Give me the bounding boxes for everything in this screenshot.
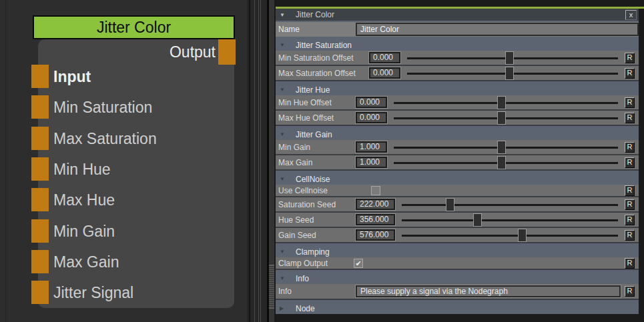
attribute-row-clamp-output: Clamp Output✔R xyxy=(276,257,639,270)
attribute-label: Max Gain xyxy=(278,158,356,167)
slider[interactable] xyxy=(394,111,618,125)
attribute-row-min-saturation-offset: Min Saturation Offset0.000R xyxy=(276,51,639,66)
section-title: Jitter Hue xyxy=(296,85,330,95)
chevron-down-icon: ▼ xyxy=(280,275,296,281)
input-port-label: Min Hue xyxy=(53,160,111,178)
input-port[interactable] xyxy=(31,250,49,273)
reset-button[interactable]: R xyxy=(625,258,635,269)
node-output-row: Output xyxy=(38,39,236,65)
panel-splitter[interactable] xyxy=(247,0,274,322)
attribute-label: Clamp Output xyxy=(278,259,354,268)
slider[interactable] xyxy=(394,140,618,154)
value-input[interactable]: 1.000 xyxy=(356,141,387,153)
attribute-row-gain-seed: Gain Seed576.000R xyxy=(276,228,639,243)
chevron-down-icon: ▼ xyxy=(280,249,296,255)
reset-button[interactable]: R xyxy=(625,185,635,196)
section-header-cellnoise[interactable]: ▼CellNoise xyxy=(276,173,639,185)
value-input[interactable]: 576.000 xyxy=(356,229,395,241)
input-port-label: Max Gain xyxy=(53,253,119,271)
attribute-label: Info xyxy=(278,287,356,296)
input-port[interactable] xyxy=(31,127,49,150)
value-input[interactable]: 222.000 xyxy=(356,199,395,210)
section-header-jitter-hue[interactable]: ▼Jitter Hue xyxy=(276,84,639,95)
slider[interactable] xyxy=(402,197,618,211)
splitter-groove xyxy=(249,0,250,322)
reset-button[interactable]: R xyxy=(625,215,635,225)
slider-handle[interactable] xyxy=(505,67,514,80)
reset-button[interactable]: R xyxy=(625,53,635,63)
slider-handle[interactable] xyxy=(505,51,514,65)
reset-button[interactable]: R xyxy=(625,113,635,123)
checkbox-checked[interactable]: ✔ xyxy=(354,259,363,268)
section-header-clamping[interactable]: ▼Clamping xyxy=(276,246,639,257)
slider-handle[interactable] xyxy=(497,96,506,109)
canvas-edge-line xyxy=(5,0,6,322)
section-title: Info xyxy=(296,274,309,283)
slider-track[interactable] xyxy=(402,219,618,221)
slider[interactable] xyxy=(402,228,618,242)
section-header-jitter-saturation[interactable]: ▼Jitter Saturation xyxy=(276,39,639,51)
chevron-right-icon: ▶ xyxy=(280,305,296,311)
section-header-jitter-gain[interactable]: ▼Jitter Gain xyxy=(276,129,639,140)
slider-track[interactable] xyxy=(402,204,618,206)
section-title: CellNoise xyxy=(296,175,330,184)
slider-track[interactable] xyxy=(402,235,618,237)
section-title: Clamping xyxy=(296,247,330,257)
name-row: Name Jitter Color xyxy=(276,22,639,37)
reset-button[interactable]: R xyxy=(625,97,635,108)
attribute-row-info: InfoPlease supply a signal via the Nodeg… xyxy=(276,284,639,300)
reset-button[interactable]: R xyxy=(625,286,635,297)
splitter-groove xyxy=(258,0,259,322)
reset-button[interactable]: R xyxy=(625,199,635,210)
slider[interactable] xyxy=(407,66,618,80)
input-port-label: Jitter Signal xyxy=(53,283,133,301)
attribute-label: Use Cellnoise xyxy=(278,186,371,195)
node-title-bar[interactable]: Jitter Color xyxy=(33,15,235,39)
reset-button[interactable]: R xyxy=(625,142,635,153)
input-port-label: Min Saturation xyxy=(53,98,152,116)
slider-handle[interactable] xyxy=(518,229,527,242)
reset-button[interactable]: R xyxy=(625,68,635,79)
scrollbar-thumb[interactable] xyxy=(269,265,274,309)
slider-handle[interactable] xyxy=(446,198,454,211)
name-input[interactable]: Jitter Color xyxy=(356,23,639,36)
output-port[interactable] xyxy=(218,39,236,65)
slider-handle[interactable] xyxy=(497,111,506,125)
section-title: Node xyxy=(296,304,315,313)
panel-header[interactable]: ▼ Jitter Color x xyxy=(276,9,639,21)
slider-handle[interactable] xyxy=(497,141,506,154)
section-title: Jitter Saturation xyxy=(296,41,352,50)
value-input[interactable]: 0.000 xyxy=(369,52,400,63)
attribute-label: Saturation Seed xyxy=(278,200,356,209)
section-header-node[interactable]: ▶Node xyxy=(276,303,639,314)
slider[interactable] xyxy=(407,51,618,65)
slider-handle[interactable] xyxy=(497,156,506,169)
value-input[interactable]: 1.000 xyxy=(356,157,387,168)
attribute-row-max-hue-offset: Max Hue Offset0.000R xyxy=(276,111,639,126)
reset-button[interactable]: R xyxy=(625,230,635,241)
slider[interactable] xyxy=(394,95,618,109)
slider-handle[interactable] xyxy=(473,213,482,227)
input-port[interactable] xyxy=(31,157,49,181)
value-input[interactable]: 0.000 xyxy=(356,112,387,123)
attribute-label: Gain Seed xyxy=(278,231,356,240)
checkbox-unchecked[interactable] xyxy=(371,186,380,195)
name-field-label: Name xyxy=(278,25,356,34)
section-header-info[interactable]: ▼Info xyxy=(276,273,639,284)
slider[interactable] xyxy=(394,155,618,169)
input-port[interactable] xyxy=(31,281,49,304)
node-graph-canvas[interactable]: Jitter Color Output InputMin SaturationM… xyxy=(0,0,247,322)
info-text-field[interactable]: Please supply a signal via the Nodegraph xyxy=(356,285,621,297)
close-button[interactable]: x xyxy=(625,10,637,20)
value-input[interactable]: 356.000 xyxy=(356,214,395,225)
input-port[interactable] xyxy=(31,95,49,119)
input-port[interactable] xyxy=(31,219,49,243)
value-input[interactable]: 0.000 xyxy=(356,97,387,108)
input-port[interactable] xyxy=(31,188,49,211)
input-port-label: Max Saturation xyxy=(53,129,157,147)
value-input[interactable]: 0.000 xyxy=(369,67,400,79)
chevron-down-icon: ▼ xyxy=(280,42,296,48)
reset-button[interactable]: R xyxy=(625,157,635,168)
input-port[interactable] xyxy=(31,65,49,88)
slider[interactable] xyxy=(402,213,618,227)
